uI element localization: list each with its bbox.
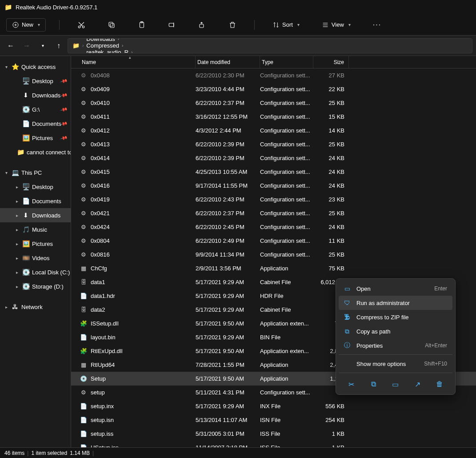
file-type: Application exten... <box>260 320 313 327</box>
sidebar-item[interactable]: 🖼️Pictures📌 <box>0 131 71 145</box>
share-button[interactable]: ↗ <box>410 378 425 391</box>
back-button[interactable]: ← <box>4 42 18 50</box>
file-icon: 📄 <box>80 334 87 341</box>
file-date: 6/22/2010 2:37 PM <box>196 210 260 217</box>
copy-button[interactable] <box>103 18 120 32</box>
file-name: data1.hdr <box>91 293 115 299</box>
file-row[interactable]: ▦ChCfg2/9/2011 3:56 PMApplication75 KB <box>71 261 476 275</box>
copy-button[interactable]: ⧉ <box>366 378 381 391</box>
new-button[interactable]: New ▾ <box>6 18 46 32</box>
file-row[interactable]: 📄setup.iss5/31/2005 3:01 PMISS File1 KB <box>71 427 476 441</box>
rename-button[interactable]: ▭ <box>388 378 403 391</box>
context-menu-item[interactable]: ⧉Copy as path <box>339 324 452 338</box>
up-button[interactable]: ↑ <box>52 42 66 50</box>
file-row[interactable]: ⚙0x08169/9/2014 11:34 PMConfiguration se… <box>71 248 476 261</box>
sort-button[interactable]: Sort ▾ <box>268 19 304 31</box>
share-button[interactable] <box>194 18 211 32</box>
file-row[interactable]: 📄setup.isn5/13/2014 11:07 AMISN File254 … <box>71 413 476 427</box>
file-icon: ⚙ <box>80 196 87 203</box>
file-row[interactable]: ⚙0x04216/22/2010 2:37 PMConfiguration se… <box>71 206 476 220</box>
sidebar-item[interactable]: 📄Documents📌 <box>0 117 71 131</box>
paste-button[interactable] <box>133 18 150 32</box>
file-name: 0x0816 <box>91 251 110 258</box>
sidebar-item[interactable]: ▸💽Local Disk (C:) <box>0 265 71 279</box>
forward-button[interactable]: → <box>20 42 34 50</box>
sidebar-item[interactable]: ▸📄Documents <box>0 194 71 208</box>
caret-icon: ▸ <box>14 227 20 232</box>
file-row[interactable]: ⚙0x04196/22/2010 2:43 PMConfiguration se… <box>71 193 476 206</box>
file-type: Configuration sett... <box>260 169 313 175</box>
file-size: 22 KB <box>313 86 349 92</box>
context-menu-item[interactable]: ⓘPropertiesAlt+Enter <box>339 338 452 353</box>
file-row[interactable]: ⚙0x04124/3/2012 2:44 PMConfiguration set… <box>71 124 476 137</box>
caret-icon: ▸ <box>4 305 9 309</box>
more-button[interactable]: ··· <box>368 18 386 32</box>
sidebar-item[interactable]: 📁cannot connect to <box>0 145 71 159</box>
file-icon: 🧩 <box>80 348 87 355</box>
breadcrumb-segment[interactable]: Downloads› <box>86 38 172 43</box>
delete-button[interactable] <box>224 18 241 32</box>
file-row[interactable]: 📄USetup.iss11/14/2007 3:18 PMISS File1 K… <box>71 441 476 447</box>
cut-button[interactable] <box>73 18 90 32</box>
file-icon: 📄 <box>80 293 87 300</box>
file-name: ChCfg <box>91 265 107 272</box>
sidebar-item[interactable]: ▸⬇Downloads <box>0 208 71 222</box>
svg-rect-4 <box>109 22 113 26</box>
sidebar-section[interactable]: ▸🖧Network <box>0 300 71 314</box>
sidebar-section[interactable]: ▾⭐Quick access <box>0 60 71 74</box>
sidebar-item[interactable]: ▸🖥️Desktop <box>0 180 71 194</box>
sidebar-item[interactable]: 🖥️Desktop📌 <box>0 74 71 88</box>
file-row[interactable]: ⚙0x04169/17/2014 11:55 PMConfiguration s… <box>71 179 476 193</box>
file-row[interactable]: ⚙0x04146/22/2010 2:39 PMConfiguration se… <box>71 151 476 165</box>
view-button[interactable]: View ▾ <box>317 19 355 31</box>
file-date: 3/23/2010 4:44 PM <box>196 86 260 92</box>
context-menu-shortcut: Enter <box>434 285 447 292</box>
view-label: View <box>332 21 344 28</box>
file-date: 6/22/2010 2:49 PM <box>196 237 260 244</box>
props-icon: ⓘ <box>343 341 351 350</box>
sidebar-item[interactable]: ⬇Downloads📌 <box>0 88 71 102</box>
file-row[interactable]: ⚙0x04246/22/2010 2:45 PMConfiguration se… <box>71 220 476 234</box>
file-date: 6/22/2010 2:39 PM <box>196 155 260 161</box>
context-menu-item[interactable]: 🛡Run as administrator <box>339 296 452 310</box>
file-type: Configuration sett... <box>260 210 313 217</box>
sidebar-section[interactable]: ▾💻This PC <box>0 165 71 180</box>
file-row[interactable]: ⚙0x04136/22/2010 2:39 PMConfiguration se… <box>71 137 476 151</box>
rename-button[interactable] <box>164 18 180 32</box>
file-row[interactable]: ⚙0x04154/25/2013 10:55 AMConfiguration s… <box>71 165 476 179</box>
breadcrumb[interactable]: 📁 › This PC›Downloads›Compressed›realtek… <box>68 38 472 53</box>
file-type: Configuration sett... <box>260 182 313 189</box>
file-name: 0x0409 <box>91 86 110 92</box>
breadcrumb-segment[interactable]: Compressed› <box>86 42 172 49</box>
context-menu-label: Copy as path <box>356 328 391 335</box>
file-row[interactable]: ⚙0x04086/22/2010 2:30 PMConfiguration se… <box>71 68 476 82</box>
file-type: Configuration sett... <box>260 196 313 203</box>
column-header-name[interactable]: Name <box>80 56 196 68</box>
context-menu-item[interactable]: ▭OpenEnter <box>339 281 452 296</box>
recent-button[interactable]: ▾ <box>36 43 50 48</box>
sidebar-item[interactable]: ▸🖼️Pictures <box>0 237 71 251</box>
file-row[interactable]: ⚙0x04106/22/2010 2:37 PMConfiguration se… <box>71 96 476 110</box>
copypath-icon: ⧉ <box>343 328 351 335</box>
context-menu-item[interactable]: 🗜Compress to ZIP file <box>339 310 452 324</box>
file-name: data1 <box>91 279 105 285</box>
file-row[interactable]: ⚙0x04113/16/2012 12:55 PMConfiguration s… <box>71 110 476 124</box>
file-icon: ⚙ <box>80 251 87 258</box>
cut-button[interactable]: ✂ <box>344 378 359 391</box>
trash-button[interactable]: 🗑 <box>432 378 447 391</box>
file-date: 5/17/2021 9:29 AM <box>196 293 260 299</box>
column-header-date[interactable]: Date modified <box>196 56 260 68</box>
column-header-size[interactable]: Size <box>313 56 349 68</box>
sidebar-item[interactable]: ▸🎞️Videos <box>0 251 71 265</box>
context-menu-more[interactable]: Show more optionsShift+F10 <box>339 357 452 371</box>
column-header-type[interactable]: Type <box>260 56 313 68</box>
sidebar-item[interactable]: ▸🎵Music <box>0 222 71 237</box>
breadcrumb-segment[interactable]: realtek_audio_R› <box>86 49 172 53</box>
file-row[interactable]: ⚙0x04093/23/2010 4:44 PMConfiguration se… <box>71 82 476 96</box>
file-row[interactable]: ⚙0x08046/22/2010 2:49 PMConfiguration se… <box>71 234 476 248</box>
sidebar-item[interactable]: ▸💽Storage (D:) <box>0 279 71 293</box>
file-type: Configuration sett... <box>260 141 313 148</box>
file-row[interactable]: 📄setup.inx5/17/2021 9:29 AMINX File556 K… <box>71 399 476 413</box>
file-icon: 📄 <box>80 417 87 424</box>
sidebar-item[interactable]: 💽G:\📌 <box>0 102 71 117</box>
